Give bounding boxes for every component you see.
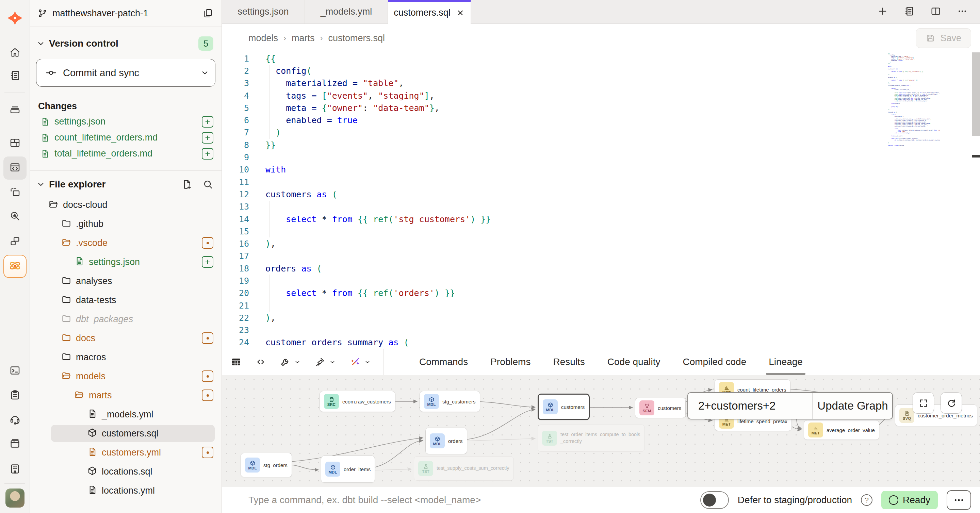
more-options-button[interactable] xyxy=(947,490,971,510)
panel-tool-table[interactable] xyxy=(231,357,242,367)
minimap[interactable]: {{ config( materialized = "table", tags … xyxy=(888,53,940,151)
code-line[interactable]: 2 config( xyxy=(222,65,980,77)
panel-tool-wand[interactable] xyxy=(350,357,371,367)
stage-change-button[interactable] xyxy=(202,116,213,127)
rail-item-clipboard[interactable] xyxy=(9,389,21,402)
tree-item-_models.yml[interactable]: _models.yml xyxy=(30,405,221,424)
code-line[interactable]: 15 xyxy=(222,225,980,237)
code-line[interactable]: 8}} xyxy=(222,139,980,151)
branch-row[interactable]: matthewshaver-patch-1 xyxy=(30,0,221,27)
rail-item-dashboard[interactable] xyxy=(9,137,21,150)
tree-item-customers.yml[interactable]: customers.yml xyxy=(30,443,221,462)
panel-tool-code-angle[interactable] xyxy=(255,357,266,367)
code-line[interactable]: 21 xyxy=(222,299,980,311)
panel-tab-Code quality[interactable]: Code quality xyxy=(608,349,660,375)
code-line[interactable]: 1{{ xyxy=(222,52,980,65)
copy-icon[interactable] xyxy=(202,8,213,19)
panel-tab-Problems[interactable]: Problems xyxy=(490,349,530,375)
code-line[interactable]: 24customer_orders_summary as ( xyxy=(222,337,980,349)
editor-tab-customers.sql[interactable]: customers.sql xyxy=(388,0,471,24)
version-control-header[interactable]: Version control 5 xyxy=(30,37,221,51)
tree-item-docs-cloud[interactable]: docs-cloud xyxy=(30,195,221,214)
tree-item-.vscode[interactable]: .vscode xyxy=(30,233,221,253)
code-line[interactable]: 18orders as ( xyxy=(222,262,980,275)
code-line[interactable]: 3 materialized = "table", xyxy=(222,77,980,89)
stage-change-button[interactable] xyxy=(202,256,213,268)
refresh-graph-button[interactable] xyxy=(940,392,962,414)
editor-tab-settings.json[interactable]: settings.json xyxy=(222,0,305,24)
rail-item-browser[interactable] xyxy=(9,438,21,451)
file-outline-button[interactable] xyxy=(904,6,915,18)
user-avatar[interactable] xyxy=(5,489,24,508)
lineage-node-customers-sem[interactable]: SEMcustomers xyxy=(635,398,686,418)
search-icon[interactable] xyxy=(202,179,213,190)
lineage-node-customers-model[interactable]: MDLcustomers xyxy=(538,394,590,420)
change-row[interactable]: settings.json xyxy=(30,114,221,130)
new-tab-button[interactable] xyxy=(877,6,888,18)
code-line[interactable]: 10with xyxy=(222,164,980,176)
tree-item-.github[interactable]: .github xyxy=(30,214,221,233)
panel-tool-broom[interactable] xyxy=(315,357,336,367)
tree-item-macros[interactable]: macros xyxy=(30,348,221,367)
code-line[interactable]: 14 select * from {{ ref('stg_customers')… xyxy=(222,213,980,225)
scrollbar-thumb[interactable] xyxy=(972,52,980,136)
lineage-node-stg-orders[interactable]: MDLstg_orders xyxy=(240,453,292,477)
panel-tab-Commands[interactable]: Commands xyxy=(419,349,468,375)
lineage-canvas[interactable]: SRCecom.raw_customersMDLstg_customersMDL… xyxy=(222,375,980,487)
code-line[interactable]: 22), xyxy=(222,311,980,324)
rail-item-windows[interactable] xyxy=(9,235,21,248)
status-badge[interactable]: Ready xyxy=(881,491,938,509)
panel-tab-Results[interactable]: Results xyxy=(553,349,585,375)
panel-tab-Lineage[interactable]: Lineage xyxy=(769,349,803,375)
lineage-node-stg-customers[interactable]: MDLstg_customers xyxy=(420,391,480,412)
tree-item-dbt_packages[interactable]: dbt_packages xyxy=(30,310,221,329)
code-line[interactable]: 5 meta = {"owner": "data-team"}, xyxy=(222,102,980,114)
code-line[interactable]: 20 select * from {{ ref('orders') }} xyxy=(222,287,980,299)
save-button[interactable]: Save xyxy=(916,28,971,48)
breadcrumb-item[interactable]: marts xyxy=(292,33,315,44)
lineage-node-order-items[interactable]: MDLorder_items xyxy=(321,456,375,483)
tree-item-locations.sql[interactable]: locations.sql xyxy=(30,462,221,481)
tree-item-models[interactable]: models xyxy=(30,367,221,386)
code-line[interactable]: 19 xyxy=(222,275,980,287)
code-line[interactable]: 13 xyxy=(222,201,980,213)
lineage-node-orders[interactable]: MDLorders xyxy=(425,427,467,454)
breadcrumb-item[interactable]: customers.sql xyxy=(328,33,385,44)
lineage-node-average-order-value[interactable]: METaverage_order_value xyxy=(804,420,879,440)
code-line[interactable]: 12customers as ( xyxy=(222,188,980,200)
rail-item-select-frame[interactable] xyxy=(9,187,21,200)
rail-item-stack[interactable] xyxy=(9,103,21,116)
tree-item-locations.yml[interactable]: locations.yml xyxy=(30,481,221,500)
code-editor[interactable]: 1{{2 config(3 materialized = "table",4 t… xyxy=(222,52,980,349)
help-icon[interactable]: ? xyxy=(861,494,872,506)
panel-tab-Compiled code[interactable]: Compiled code xyxy=(682,349,746,375)
code-line[interactable]: 11 xyxy=(222,176,980,188)
command-input[interactable]: Type a command, ex. dbt build --select <… xyxy=(248,495,481,505)
rail-item-headset[interactable] xyxy=(9,413,21,426)
editor-scrollbar[interactable] xyxy=(972,52,980,349)
commit-dropdown-button[interactable] xyxy=(194,59,215,86)
lineage-node-customer-order-metrics[interactable]: SVQcustomer_order_metrics xyxy=(895,405,977,426)
chevron-down-icon[interactable] xyxy=(36,179,46,189)
change-row[interactable]: count_lifetime_orders.md xyxy=(30,130,221,146)
tree-item-marts[interactable]: marts xyxy=(30,386,221,405)
chevron-down-icon[interactable] xyxy=(36,39,46,48)
tree-item-data-tests[interactable]: data-tests xyxy=(30,291,221,310)
tree-item-docs[interactable]: docs xyxy=(30,329,221,348)
lineage-node-test-supply-costs[interactable]: TSTtest_supply_costs_sum_correctly xyxy=(414,456,514,481)
rail-item-terminal[interactable] xyxy=(9,365,21,378)
code-line[interactable]: 17 xyxy=(222,250,980,262)
new-file-icon[interactable] xyxy=(181,179,192,190)
breadcrumb-item[interactable]: models xyxy=(248,33,278,44)
code-line[interactable]: 16), xyxy=(222,237,980,250)
stage-change-button[interactable] xyxy=(202,132,213,144)
rail-item-code-editor[interactable] xyxy=(9,162,21,175)
stage-change-button[interactable] xyxy=(202,148,213,160)
code-line[interactable]: 23 xyxy=(222,324,980,337)
code-line[interactable]: 9 xyxy=(222,151,980,163)
fullscreen-button[interactable] xyxy=(913,392,934,414)
update-graph-button[interactable]: Update Graph xyxy=(813,393,892,419)
code-line[interactable]: 6 enabled = true xyxy=(222,114,980,126)
rail-item-dbt-logo[interactable] xyxy=(7,10,23,27)
panel-tool-wrench[interactable] xyxy=(280,357,301,367)
